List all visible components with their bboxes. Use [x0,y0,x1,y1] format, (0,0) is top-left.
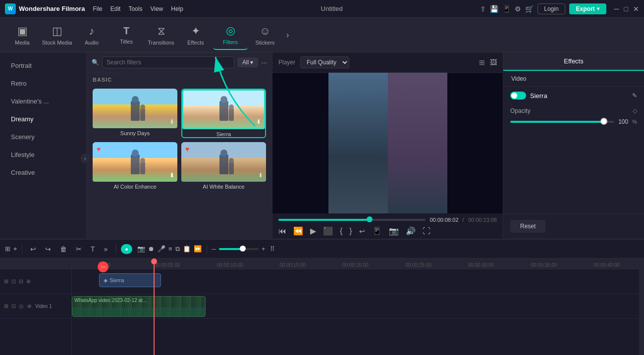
progress-handle[interactable] [367,216,373,222]
scrollbar-track[interactable] [639,258,644,355]
toolbar-media[interactable]: ▣ Media [5,20,40,50]
record-icon[interactable]: ⏺ [148,245,155,253]
snap-icon[interactable]: ⌖ [13,245,17,253]
opacity-handle[interactable] [600,118,607,125]
filter-more-button[interactable]: ··· [261,58,267,66]
quality-select[interactable]: Full Quality [300,56,349,68]
loop-icon[interactable]: ↩ [359,227,365,235]
step-back-icon[interactable]: ⏪ [293,226,303,236]
screenshot-icon[interactable]: 📷 [389,226,399,236]
toolbar-filters[interactable]: ◎ Filters [213,20,248,50]
video-preview-inner [328,73,447,213]
toolbar-effects[interactable]: ✦ Effects [178,20,213,50]
sidebar-collapse-button[interactable]: ‹ [80,153,87,163]
toolbar-transitions[interactable]: ⧖ Transitions [144,20,178,50]
menu-tools[interactable]: Tools [128,5,142,12]
tab-effects[interactable]: Effects [503,52,644,71]
scenes-icon[interactable]: ⊞ [5,245,10,253]
track1-icon3[interactable]: ◎ [19,303,24,309]
delete-button[interactable]: 🗑 [57,243,70,255]
close-button[interactable]: ✕ [633,5,639,13]
tab-video[interactable]: Video [503,71,644,87]
opacity-unit: % [632,119,637,125]
sidebar-item-retro[interactable]: Retro [3,75,83,92]
login-button[interactable]: Login [537,3,565,14]
settings-icon[interactable]: ⚙ [515,5,521,13]
effects-icon: ✦ [191,25,200,38]
fullscreen-icon[interactable]: ⛶ [423,227,430,236]
phone-preview-icon[interactable]: 📱 [372,226,382,236]
opacity-diamond-icon[interactable]: ◇ [633,107,637,114]
out-point-icon[interactable]: } [349,227,352,236]
store-icon[interactable]: 🛒 [525,5,534,13]
zoom-out-icon[interactable]: ─ [212,246,216,253]
camera-icon[interactable]: 📷 [137,245,145,253]
sidebar-item-scenery[interactable]: Scenery [3,128,83,146]
track2-icon: ⊞ [4,278,8,285]
filter-item-sierra[interactable]: ⬇ Sierra [181,89,266,138]
save-icon[interactable]: 💾 [490,5,498,13]
ruler-mark-3: 00:00:15:00 [261,262,324,268]
phone-icon[interactable]: 📱 [502,5,511,13]
skip-back-icon[interactable]: ⏮ [278,227,286,236]
stop-button[interactable]: ⬛ [323,226,333,236]
clip-icon[interactable]: 📋 [183,245,191,253]
speed-icon[interactable]: ⏩ [194,245,202,253]
more-tools-button[interactable]: » [101,243,111,255]
export-button[interactable]: Export ▾ [569,3,606,14]
grid-view-icon[interactable]: ⊞ [479,58,485,66]
filter-clip[interactable]: ◈ Sierra [99,273,161,287]
video-clip[interactable]: WhatsApp video 2023-02-12 at... [72,296,206,317]
filter-item-ai-white-balance[interactable]: ♥ ⬇ AI White Balance [181,142,266,190]
cut-button[interactable]: ✂ [73,243,85,255]
minimize-button[interactable]: ─ [614,5,619,13]
menu-file[interactable]: File [93,5,102,12]
sidebar-item-valentines[interactable]: Valentine's ... [3,93,83,110]
filter-edit-icon[interactable]: ✎ [632,92,637,99]
track1-icon4[interactable]: 👁 [27,304,32,309]
toolbar-audio[interactable]: ♪ Audio [74,20,109,50]
in-point-icon[interactable]: { [340,227,342,236]
sidebar-item-portrait[interactable]: Portrait [3,57,83,74]
toolbar-stock-media[interactable]: ◫ Stock Media [40,20,74,50]
menu-help[interactable]: Help [171,5,183,12]
track1-icon2[interactable]: ⊡ [11,303,16,309]
toolbar-stickers[interactable]: ☺ Stickers [248,20,282,50]
scissors-icon[interactable]: ✂ [98,261,108,272]
toolbar-more-icon[interactable]: › [282,31,293,40]
sidebar-item-creative[interactable]: Creative [3,164,83,181]
download-icon: ⬇ [169,118,174,125]
menu-edit[interactable]: Edit [110,5,121,12]
zoom-in-icon[interactable]: + [262,246,265,253]
volume-icon[interactable]: 🔊 [406,226,416,236]
sidebar-item-dreamy[interactable]: Dreamy [3,110,83,128]
search-input[interactable] [102,56,234,68]
subtitle-icon[interactable]: ≡ [168,245,172,253]
sidebar-item-lifestyle[interactable]: Lifestyle [3,146,83,163]
add-marker-button[interactable]: ● [121,244,132,254]
track1-icon1[interactable]: ⊞ [4,303,8,309]
reset-button[interactable]: Reset [510,220,545,233]
timeline-more-button[interactable]: ⠿ [268,243,277,254]
maximize-button[interactable]: □ [624,5,628,13]
track-labels: ⊞ ⊡ ⊟ ⊕ ⊞ ⊡ ◎ 👁 Video 1 [0,258,72,355]
menu-view[interactable]: View [150,5,163,12]
undo-button[interactable]: ↩ [27,243,39,255]
cloud-icon[interactable]: ⇪ [480,5,486,13]
redo-button[interactable]: ↪ [42,243,54,255]
search-icon: 🔍 [92,59,99,66]
filter-toggle[interactable] [510,92,526,100]
progress-bar[interactable] [278,219,426,221]
opacity-slider[interactable] [510,121,614,123]
zoom-handle[interactable] [240,246,246,252]
filter-all-button[interactable]: All ▾ [237,57,258,67]
copy-icon[interactable]: ⧉ [175,245,180,253]
text-button[interactable]: T [88,243,98,255]
toolbar-titles[interactable]: T Titles [109,20,144,50]
play-button[interactable]: ▶ [310,226,316,236]
voice-icon[interactable]: 🎤 [158,245,165,253]
zoom-bar[interactable] [219,248,259,250]
filter-item-sunny-days[interactable]: ⬇ Sunny Days [93,89,177,138]
filter-item-ai-color-enhance[interactable]: ♥ ⬇ AI Color Enhance [93,142,177,190]
image-view-icon[interactable]: 🖼 [490,58,497,66]
